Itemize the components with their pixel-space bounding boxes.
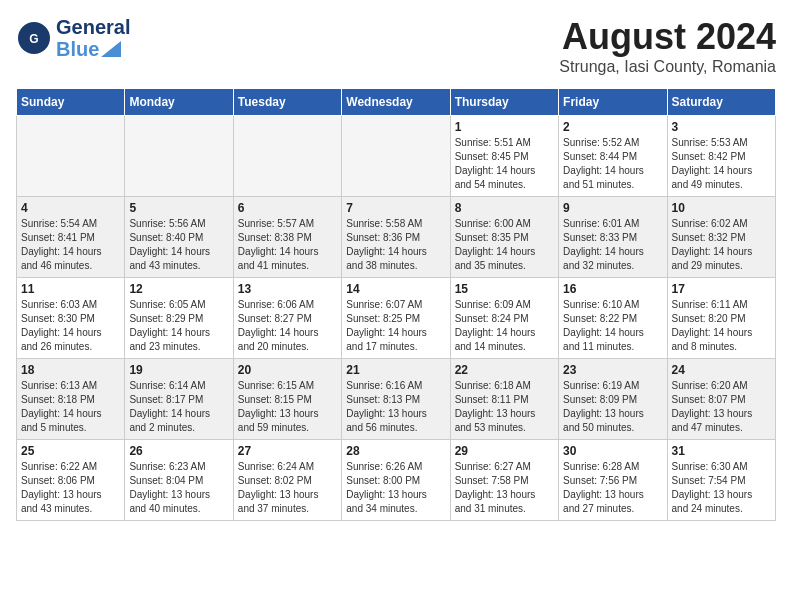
day-number: 27 [238,444,337,458]
day-info: Sunrise: 6:14 AM Sunset: 8:17 PM Dayligh… [129,379,228,435]
calendar-day: 15Sunrise: 6:09 AM Sunset: 8:24 PM Dayli… [450,278,558,359]
calendar-day: 3Sunrise: 5:53 AM Sunset: 8:42 PM Daylig… [667,116,775,197]
day-number: 6 [238,201,337,215]
day-info: Sunrise: 5:57 AM Sunset: 8:38 PM Dayligh… [238,217,337,273]
calendar-day: 4Sunrise: 5:54 AM Sunset: 8:41 PM Daylig… [17,197,125,278]
calendar-week-5: 25Sunrise: 6:22 AM Sunset: 8:06 PM Dayli… [17,440,776,521]
calendar-day: 7Sunrise: 5:58 AM Sunset: 8:36 PM Daylig… [342,197,450,278]
day-info: Sunrise: 6:10 AM Sunset: 8:22 PM Dayligh… [563,298,662,354]
calendar-day: 19Sunrise: 6:14 AM Sunset: 8:17 PM Dayli… [125,359,233,440]
calendar-day: 1Sunrise: 5:51 AM Sunset: 8:45 PM Daylig… [450,116,558,197]
day-info: Sunrise: 6:20 AM Sunset: 8:07 PM Dayligh… [672,379,771,435]
page-header: G General Blue August 2024 Strunga, Iasi… [16,16,776,76]
month-title: August 2024 [559,16,776,58]
calendar-week-3: 11Sunrise: 6:03 AM Sunset: 8:30 PM Dayli… [17,278,776,359]
logo-general: General [56,16,130,38]
day-info: Sunrise: 6:23 AM Sunset: 8:04 PM Dayligh… [129,460,228,516]
day-info: Sunrise: 6:05 AM Sunset: 8:29 PM Dayligh… [129,298,228,354]
day-info: Sunrise: 6:06 AM Sunset: 8:27 PM Dayligh… [238,298,337,354]
day-number: 29 [455,444,554,458]
calendar-day [125,116,233,197]
calendar-day [233,116,341,197]
calendar-day: 6Sunrise: 5:57 AM Sunset: 8:38 PM Daylig… [233,197,341,278]
day-number: 1 [455,120,554,134]
calendar-day: 21Sunrise: 6:16 AM Sunset: 8:13 PM Dayli… [342,359,450,440]
day-number: 17 [672,282,771,296]
svg-text:G: G [29,32,38,46]
day-number: 20 [238,363,337,377]
day-number: 30 [563,444,662,458]
day-number: 14 [346,282,445,296]
day-number: 31 [672,444,771,458]
calendar-week-4: 18Sunrise: 6:13 AM Sunset: 8:18 PM Dayli… [17,359,776,440]
calendar-table: SundayMondayTuesdayWednesdayThursdayFrid… [16,88,776,521]
day-info: Sunrise: 6:09 AM Sunset: 8:24 PM Dayligh… [455,298,554,354]
calendar-day: 14Sunrise: 6:07 AM Sunset: 8:25 PM Dayli… [342,278,450,359]
calendar-day: 12Sunrise: 6:05 AM Sunset: 8:29 PM Dayli… [125,278,233,359]
day-number: 13 [238,282,337,296]
calendar-day: 9Sunrise: 6:01 AM Sunset: 8:33 PM Daylig… [559,197,667,278]
calendar-day: 28Sunrise: 6:26 AM Sunset: 8:00 PM Dayli… [342,440,450,521]
weekday-header-tuesday: Tuesday [233,89,341,116]
weekday-header-monday: Monday [125,89,233,116]
calendar-day: 18Sunrise: 6:13 AM Sunset: 8:18 PM Dayli… [17,359,125,440]
calendar-day: 31Sunrise: 6:30 AM Sunset: 7:54 PM Dayli… [667,440,775,521]
day-number: 2 [563,120,662,134]
day-number: 21 [346,363,445,377]
day-info: Sunrise: 6:28 AM Sunset: 7:56 PM Dayligh… [563,460,662,516]
calendar-day: 20Sunrise: 6:15 AM Sunset: 8:15 PM Dayli… [233,359,341,440]
weekday-header-saturday: Saturday [667,89,775,116]
calendar-day: 13Sunrise: 6:06 AM Sunset: 8:27 PM Dayli… [233,278,341,359]
day-info: Sunrise: 5:53 AM Sunset: 8:42 PM Dayligh… [672,136,771,192]
day-info: Sunrise: 6:18 AM Sunset: 8:11 PM Dayligh… [455,379,554,435]
weekday-header-sunday: Sunday [17,89,125,116]
calendar-day: 23Sunrise: 6:19 AM Sunset: 8:09 PM Dayli… [559,359,667,440]
logo: G General Blue [16,16,130,60]
day-number: 7 [346,201,445,215]
day-info: Sunrise: 6:16 AM Sunset: 8:13 PM Dayligh… [346,379,445,435]
day-info: Sunrise: 6:03 AM Sunset: 8:30 PM Dayligh… [21,298,120,354]
calendar-day: 30Sunrise: 6:28 AM Sunset: 7:56 PM Dayli… [559,440,667,521]
day-number: 11 [21,282,120,296]
day-number: 25 [21,444,120,458]
calendar-day: 22Sunrise: 6:18 AM Sunset: 8:11 PM Dayli… [450,359,558,440]
calendar-day: 8Sunrise: 6:00 AM Sunset: 8:35 PM Daylig… [450,197,558,278]
calendar-day: 5Sunrise: 5:56 AM Sunset: 8:40 PM Daylig… [125,197,233,278]
day-info: Sunrise: 6:22 AM Sunset: 8:06 PM Dayligh… [21,460,120,516]
day-info: Sunrise: 6:19 AM Sunset: 8:09 PM Dayligh… [563,379,662,435]
day-info: Sunrise: 5:54 AM Sunset: 8:41 PM Dayligh… [21,217,120,273]
calendar-day: 29Sunrise: 6:27 AM Sunset: 7:58 PM Dayli… [450,440,558,521]
day-info: Sunrise: 5:52 AM Sunset: 8:44 PM Dayligh… [563,136,662,192]
day-number: 24 [672,363,771,377]
day-info: Sunrise: 6:02 AM Sunset: 8:32 PM Dayligh… [672,217,771,273]
day-number: 4 [21,201,120,215]
day-number: 28 [346,444,445,458]
weekday-header-wednesday: Wednesday [342,89,450,116]
logo-general-text: General [56,16,130,38]
day-number: 22 [455,363,554,377]
calendar-day: 17Sunrise: 6:11 AM Sunset: 8:20 PM Dayli… [667,278,775,359]
day-info: Sunrise: 5:58 AM Sunset: 8:36 PM Dayligh… [346,217,445,273]
day-number: 9 [563,201,662,215]
calendar-week-2: 4Sunrise: 5:54 AM Sunset: 8:41 PM Daylig… [17,197,776,278]
calendar-day: 25Sunrise: 6:22 AM Sunset: 8:06 PM Dayli… [17,440,125,521]
calendar-day: 2Sunrise: 5:52 AM Sunset: 8:44 PM Daylig… [559,116,667,197]
day-number: 5 [129,201,228,215]
calendar-day: 16Sunrise: 6:10 AM Sunset: 8:22 PM Dayli… [559,278,667,359]
calendar-day: 10Sunrise: 6:02 AM Sunset: 8:32 PM Dayli… [667,197,775,278]
day-number: 8 [455,201,554,215]
day-number: 15 [455,282,554,296]
day-number: 10 [672,201,771,215]
day-info: Sunrise: 6:01 AM Sunset: 8:33 PM Dayligh… [563,217,662,273]
calendar-day [17,116,125,197]
logo-blue-text: Blue [56,38,99,60]
calendar-day: 27Sunrise: 6:24 AM Sunset: 8:02 PM Dayli… [233,440,341,521]
calendar-week-1: 1Sunrise: 5:51 AM Sunset: 8:45 PM Daylig… [17,116,776,197]
location-subtitle: Strunga, Iasi County, Romania [559,58,776,76]
day-number: 16 [563,282,662,296]
day-info: Sunrise: 6:26 AM Sunset: 8:00 PM Dayligh… [346,460,445,516]
day-info: Sunrise: 6:15 AM Sunset: 8:15 PM Dayligh… [238,379,337,435]
weekday-header-row: SundayMondayTuesdayWednesdayThursdayFrid… [17,89,776,116]
day-info: Sunrise: 6:13 AM Sunset: 8:18 PM Dayligh… [21,379,120,435]
weekday-header-thursday: Thursday [450,89,558,116]
